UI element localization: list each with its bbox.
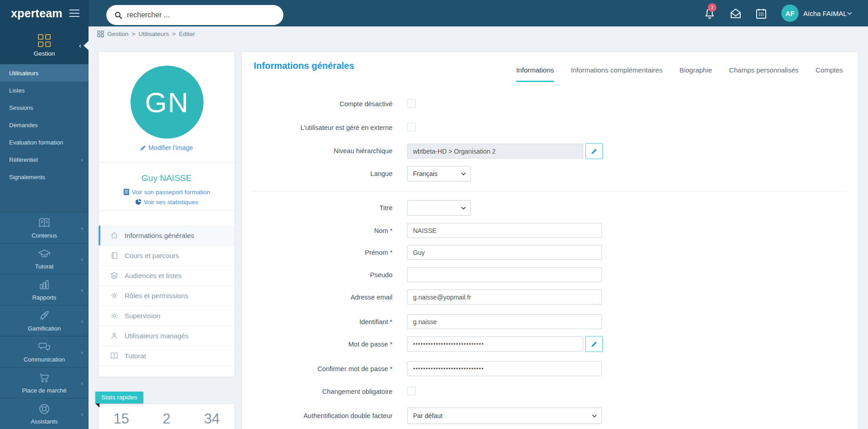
chat-bubbles-icon — [38, 341, 51, 353]
confirmer-mot-de-passe-input[interactable] — [407, 361, 602, 376]
stat-value: 15 — [99, 411, 144, 427]
rocket-icon — [38, 310, 51, 322]
chevron-left-icon: ‹ — [81, 348, 83, 355]
search-input[interactable] — [127, 11, 275, 19]
sidebar-item-sessions[interactable]: Sessions — [0, 99, 89, 116]
pseudo-input[interactable] — [407, 267, 602, 282]
chevron-down-icon[interactable] — [847, 12, 852, 15]
breadcrumb-editer: Editer — [179, 31, 195, 37]
layers-icon — [110, 271, 119, 280]
breadcrumb-separator: > — [132, 31, 136, 37]
profile-name: Guy NAISSE — [99, 173, 235, 183]
chevron-left-icon: ‹ — [81, 255, 83, 262]
sidebar-section-communication[interactable]: Communication ‹ — [0, 336, 89, 367]
sidebar-section-label: Tutorat — [35, 263, 54, 270]
app-logo: xperteam — [11, 7, 63, 20]
menu-item-informations-generales[interactable]: Informations générales — [99, 226, 235, 246]
sidebar-sections: Contenus ‹ Tutorat ‹ Rapports ‹ Gamifica… — [0, 212, 89, 429]
calendar-icon[interactable] — [754, 7, 768, 21]
sidebar-item-referentiel[interactable]: Référentiel‹ — [0, 151, 89, 168]
menu-item-utilisateurs-manages[interactable]: Utilisateurs managés — [99, 326, 235, 346]
sidebar-section-tutorat[interactable]: Tutorat ‹ — [0, 243, 89, 274]
compte-desactive-checkbox[interactable] — [407, 99, 416, 108]
menu-item-tutorat[interactable]: Tutorat — [99, 346, 235, 366]
menu-item-audiences-et-listes[interactable]: Audiences et listes — [99, 266, 235, 286]
identifiant-input[interactable] — [407, 314, 602, 329]
menu-item-roles-et-permissions[interactable]: Rôles et permissions — [99, 286, 235, 306]
bar-chart-icon — [38, 279, 51, 291]
chevron-left-icon: ‹ — [81, 286, 83, 293]
tab-informations-complementaires[interactable]: Informations complémentaires — [571, 66, 663, 82]
edit-password-button[interactable] — [586, 336, 603, 352]
sidebar-section-label: Rapports — [32, 294, 57, 301]
sidebar-section-label: Contenus — [31, 232, 57, 239]
sidebar-item-evaluation-formation[interactable]: Evaluation formation — [0, 134, 89, 151]
hamburger-menu-icon[interactable] — [69, 10, 79, 17]
breadcrumb-utilisateurs[interactable]: Utilisateurs — [138, 31, 169, 37]
prenom-input[interactable] — [407, 245, 602, 260]
field-label: Prénom * — [242, 249, 392, 256]
pencil-icon — [591, 148, 597, 155]
sidebar-section-place-de-marche[interactable]: Place de marché ‹ — [0, 367, 89, 398]
page-title: Informations générales — [254, 61, 354, 71]
chevron-down-icon — [592, 414, 597, 418]
tab-biographie[interactable]: Biographie — [680, 66, 712, 82]
sidebar-item-listes[interactable]: Listes — [0, 82, 89, 99]
titre-select[interactable] — [407, 200, 471, 216]
sidebar-section-gestion[interactable]: Gestion ‹ — [0, 26, 89, 64]
user-name[interactable]: Aïcha FAIMAL — [803, 10, 847, 17]
tab-informations[interactable]: Informations — [516, 66, 554, 82]
edit-niveau-button[interactable] — [586, 143, 603, 159]
menu-item-supervision[interactable]: Supervision — [99, 306, 235, 326]
gere-en-externe-checkbox[interactable] — [407, 123, 416, 131]
divider — [99, 211, 235, 211]
edit-image-link[interactable]: Modifier l'image — [99, 144, 235, 151]
tab-comptes[interactable]: Comptes — [816, 66, 843, 82]
sidebar-item-demandes[interactable]: Demandes — [0, 116, 89, 134]
sidebar-section-assistants[interactable]: Assistants ‹ — [0, 398, 89, 429]
sidebar-section-label: Place de marché — [22, 387, 67, 394]
chevron-down-icon — [461, 172, 466, 176]
sidebar: Gestion ‹ Utilisateurs Listes Sessions D… — [0, 26, 89, 429]
global-search[interactable] — [106, 5, 283, 25]
mail-icon[interactable] — [729, 7, 743, 21]
chevron-left-icon: ‹ — [81, 224, 83, 231]
pencil-icon — [140, 145, 146, 151]
user-avatar[interactable]: AF — [781, 5, 799, 22]
book-icon — [38, 217, 51, 229]
chevron-left-icon[interactable]: ‹ — [79, 41, 81, 49]
email-input[interactable] — [407, 289, 602, 305]
statistics-link[interactable]: Voir ses statistiques — [99, 199, 235, 206]
sidebar-section-contenus[interactable]: Contenus ‹ — [0, 212, 89, 243]
tab-champs-personnalises[interactable]: Champs personnalisés — [729, 66, 799, 82]
field-label: L'utilisateur est géré en externe — [242, 124, 392, 131]
sidebar-item-signalements[interactable]: Signalements — [0, 168, 89, 186]
field-label: Identifiant * — [242, 318, 392, 326]
field-label: Langue — [242, 170, 392, 177]
sidebar-item-label: Signalements — [9, 174, 45, 181]
pencil-icon — [591, 341, 597, 347]
langue-select[interactable]: Français — [407, 166, 471, 181]
grid-icon — [38, 34, 51, 47]
chevron-left-icon: ‹ — [81, 317, 83, 324]
changement-obligatoire-checkbox[interactable] — [407, 387, 416, 395]
sidebar-section-rapports[interactable]: Rapports ‹ — [0, 274, 89, 305]
field-label: Titre — [242, 204, 392, 212]
divider — [253, 191, 847, 192]
breadcrumb-gestion[interactable]: Gestion — [107, 31, 129, 37]
sidebar-section-gamification[interactable]: Gamification ‹ — [0, 305, 89, 336]
mot-de-passe-input[interactable] — [407, 336, 583, 351]
passport-icon — [123, 189, 130, 195]
passport-link[interactable]: Voir son passeport formation — [99, 189, 235, 196]
active-section-notch — [84, 41, 89, 50]
menu-item-cours-et-parcours[interactable]: Cours et parcours — [99, 246, 235, 266]
field-label: Niveau hiérarchique — [242, 147, 392, 155]
open-book-icon — [110, 351, 119, 360]
sidebar-item-utilisateurs[interactable]: Utilisateurs — [0, 64, 89, 82]
search-icon — [115, 11, 122, 19]
stats-card: 15 2 34 — [98, 403, 235, 429]
nom-input[interactable] — [407, 223, 602, 238]
breadcrumb: Gestion > Utilisateurs > Editer — [97, 31, 195, 37]
authentification-double-facteur-select[interactable]: Par défaut — [407, 408, 602, 424]
field-label: Nom * — [242, 227, 392, 234]
